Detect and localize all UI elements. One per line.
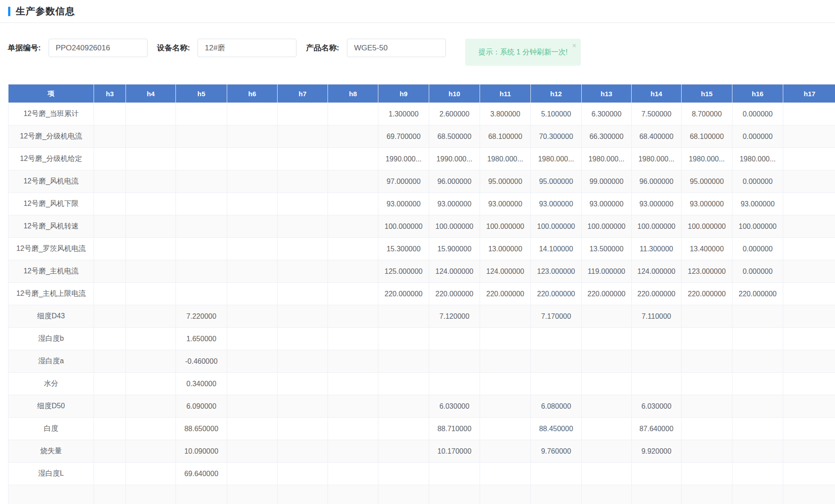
row-label: 12号磨_罗茨风机电流: [9, 238, 94, 260]
cell-h12: 88.450000: [531, 418, 582, 440]
cell-h3: [94, 328, 126, 350]
cell-h11: 1980.000...: [480, 148, 531, 170]
cell-h16: [732, 395, 783, 418]
cell-h6: [227, 485, 278, 504]
cell-h3: [94, 395, 126, 418]
cell-h8: [328, 350, 378, 373]
cell-h17: [783, 260, 835, 283]
cell-h12: 9.760000: [531, 440, 582, 463]
cell-h10: [429, 350, 480, 373]
order-number-label: 单据编号:: [8, 43, 41, 53]
cell-h11: [480, 328, 531, 350]
cell-h3: [94, 418, 126, 440]
cell-h9: 220.000000: [378, 283, 429, 305]
cell-h16: [732, 350, 783, 373]
cell-h14: 1980.000...: [632, 148, 682, 170]
cell-h4: [126, 373, 176, 395]
cell-h8: [328, 170, 378, 193]
cell-h4: [126, 305, 176, 328]
cell-h13: 220.000000: [582, 283, 632, 305]
cell-h7: [278, 463, 328, 485]
cell-h7: [278, 260, 328, 283]
cell-h7: [278, 395, 328, 418]
cell-h3: [94, 148, 126, 170]
cell-h6: [227, 283, 278, 305]
row-label: [9, 485, 94, 504]
cell-h17: [783, 395, 835, 418]
cell-h16: 0.000000: [732, 238, 783, 260]
cell-h6: [227, 103, 278, 125]
cell-h15: 123.000000: [682, 260, 732, 283]
column-header-h9: h9: [378, 85, 429, 103]
cell-h17: [783, 418, 835, 440]
cell-h4: [126, 395, 176, 418]
cell-h5: 1.650000: [176, 328, 227, 350]
cell-h13: 1980.000...: [582, 148, 632, 170]
cell-h17: [783, 485, 835, 504]
cell-h6: [227, 215, 278, 238]
cell-h12: 14.100000: [531, 238, 582, 260]
cell-h3: [94, 170, 126, 193]
cell-h8: [328, 305, 378, 328]
cell-h4: [126, 328, 176, 350]
table-row: 12号磨_主机电流125.000000124.000000124.0000001…: [9, 260, 835, 283]
cell-h8: [328, 238, 378, 260]
product-name-input[interactable]: [347, 39, 446, 57]
product-name-label: 产品名称:: [306, 43, 339, 53]
cell-h10: [429, 485, 480, 504]
cell-h12: 7.170000: [531, 305, 582, 328]
cell-h17: [783, 440, 835, 463]
device-name-input[interactable]: [198, 39, 296, 57]
row-label: 12号磨_风机下限: [9, 193, 94, 215]
cell-h13: 99.000000: [582, 170, 632, 193]
cell-h16: [732, 418, 783, 440]
cell-h13: [582, 440, 632, 463]
cell-h7: [278, 103, 328, 125]
cell-h17: [783, 103, 835, 125]
cell-h10: 124.000000: [429, 260, 480, 283]
row-label: 水分: [9, 373, 94, 395]
cell-h4: [126, 103, 176, 125]
table-row: 12号磨_主机上限电流220.000000220.000000220.00000…: [9, 283, 835, 305]
cell-h7: [278, 305, 328, 328]
column-header-h16: h16: [732, 85, 783, 103]
close-icon[interactable]: ×: [572, 42, 576, 49]
cell-h5: 88.650000: [176, 418, 227, 440]
cell-h6: [227, 395, 278, 418]
cell-h12: 220.000000: [531, 283, 582, 305]
cell-h17: [783, 350, 835, 373]
cell-h7: [278, 440, 328, 463]
cell-h4: [126, 125, 176, 148]
cell-h7: [278, 283, 328, 305]
cell-h15: 68.100000: [682, 125, 732, 148]
table-row: 12号磨_当班累计1.3000002.6000003.8000005.10000…: [9, 103, 835, 125]
cell-h12: [531, 350, 582, 373]
cell-h12: [531, 373, 582, 395]
cell-h3: [94, 350, 126, 373]
cell-h13: [582, 305, 632, 328]
row-label: 12号磨_主机上限电流: [9, 283, 94, 305]
cell-h5: [176, 148, 227, 170]
cell-h17: [783, 305, 835, 328]
cell-h3: [94, 238, 126, 260]
cell-h15: 100.000000: [682, 215, 732, 238]
row-label: 细度D43: [9, 305, 94, 328]
cell-h7: [278, 170, 328, 193]
cell-h9: 93.000000: [378, 193, 429, 215]
row-label: 12号磨_分级机电流: [9, 125, 94, 148]
cell-h8: [328, 328, 378, 350]
cell-h5: [176, 260, 227, 283]
cell-h8: [328, 215, 378, 238]
cell-h9: [378, 350, 429, 373]
cell-h7: [278, 148, 328, 170]
cell-h12: 95.000000: [531, 170, 582, 193]
cell-h7: [278, 373, 328, 395]
cell-h7: [278, 193, 328, 215]
cell-h15: 8.700000: [682, 103, 732, 125]
cell-h6: [227, 125, 278, 148]
cell-h6: [227, 260, 278, 283]
cell-h15: [682, 418, 732, 440]
cell-h11: [480, 463, 531, 485]
order-number-input[interactable]: [49, 39, 148, 57]
cell-h16: [732, 463, 783, 485]
